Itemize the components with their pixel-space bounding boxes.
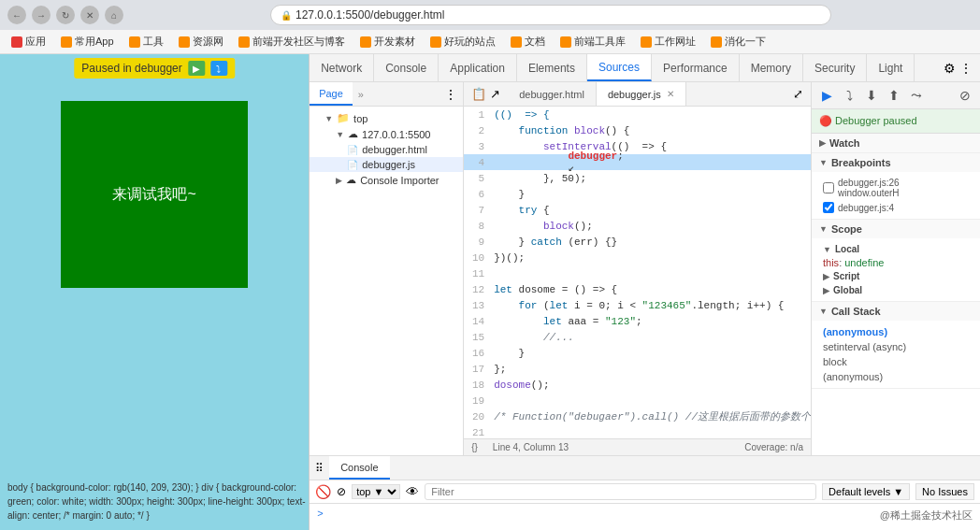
tree-item-console-importer[interactable]: ▶ ☁ Console Importer: [310, 172, 463, 188]
console-context-select[interactable]: top ▼: [352, 484, 400, 499]
scope-section-header[interactable]: ▼ Scope: [812, 220, 980, 238]
nav-reload-button[interactable]: ↻: [56, 6, 75, 24]
bookmark-resources-icon: [179, 36, 190, 48]
bookmark-digest[interactable]: 消化一下: [705, 33, 771, 50]
tree-item-debugger-js[interactable]: 📄 debugger.js: [310, 157, 463, 172]
bookmark-resources[interactable]: 资源网: [173, 33, 229, 50]
code-line-16: 16 }: [464, 345, 811, 361]
tab-elements[interactable]: Elements: [517, 54, 587, 81]
nav-forward-button[interactable]: →: [32, 6, 50, 24]
global-scope-header[interactable]: ▶ Global: [823, 283, 969, 297]
editor-tab-js[interactable]: debugger.js ✕: [597, 82, 686, 106]
step-over-button-dbg[interactable]: ⤵: [840, 86, 858, 105]
step-into-button[interactable]: ⬇: [862, 86, 881, 105]
deactivate-breakpoints-button[interactable]: ⊘: [956, 86, 974, 105]
callstack-setinterval[interactable]: setinterval (async): [823, 339, 969, 354]
tab-security[interactable]: Security: [803, 54, 867, 81]
step-over-button[interactable]: ⤵: [210, 61, 227, 76]
tab-close-icon[interactable]: ✕: [667, 89, 674, 99]
preview-box: 来调试我吧~: [61, 101, 248, 288]
breakpoint-1-sub: window.outerH: [838, 188, 900, 198]
callstack-anonymous-1[interactable]: (anonymous): [823, 324, 969, 339]
more-icon[interactable]: ⋮: [959, 61, 973, 76]
console-filter-input[interactable]: [425, 483, 816, 500]
step-button[interactable]: ⤳: [907, 86, 926, 105]
call-stack-section-header[interactable]: ▼ Call Stack: [812, 302, 980, 321]
console-tab-console[interactable]: Console: [329, 456, 389, 480]
code-line-7: 7 try {: [464, 202, 811, 218]
tree-item-localhost[interactable]: ▼ ☁ 127.0.0.1:5500: [310, 126, 463, 142]
resume-button[interactable]: ▶: [188, 61, 205, 76]
eye-icon[interactable]: 👁: [406, 484, 419, 499]
file-icon-js: 📄: [347, 160, 358, 170]
bookmark-apps[interactable]: 应用: [6, 33, 51, 50]
bookmark-frontend-community[interactable]: 前端开发社区与博客: [233, 33, 351, 50]
bookmark-frontend-tools[interactable]: 前端工具库: [555, 33, 631, 50]
editor-icon-2[interactable]: ↗: [490, 87, 500, 101]
address-bar[interactable]: 🔒 127.0.0.1:5500/debugger.html: [270, 5, 831, 25]
breakpoint-2-checkbox[interactable]: [823, 202, 834, 213]
tab-sources[interactable]: Sources: [587, 54, 652, 81]
webpage-panel: Paused in debugger ▶ ⤵ 来调试我吧~ body { bac…: [0, 54, 309, 530]
sidebar-tab-more[interactable]: »: [353, 82, 369, 106]
debugger-paused-message: 🔴 Debugger paused: [812, 109, 980, 134]
code-area[interactable]: 1 (() => { 2 function block() { 3 setInt…: [464, 107, 811, 438]
callstack-anonymous-2[interactable]: (anonymous): [823, 369, 969, 384]
bookmark-common-app[interactable]: 常用App: [55, 33, 120, 50]
script-scope-header[interactable]: ▶ Script: [823, 269, 969, 283]
tree-item-debugger-html[interactable]: 📄 debugger.html: [310, 142, 463, 157]
tab-network[interactable]: Network: [310, 54, 374, 81]
settings-icon[interactable]: ⚙: [944, 61, 956, 76]
bookmark-work-url[interactable]: 工作网址: [635, 33, 701, 50]
format-icon[interactable]: {}: [471, 442, 478, 452]
bookmark-frontend-tools-label: 前端工具库: [574, 35, 626, 49]
folder-icon: 📁: [337, 112, 350, 124]
bookmark-fun-sites[interactable]: 好玩的站点: [425, 33, 501, 50]
bookmark-tools[interactable]: 工具: [123, 33, 169, 50]
bookmark-fun-sites-label: 好玩的站点: [444, 35, 496, 49]
console-levels-button[interactable]: Default levels ▼: [822, 483, 910, 500]
local-scope-header[interactable]: ▼ Local: [823, 242, 969, 256]
watch-section-header[interactable]: ▶ Watch: [812, 134, 980, 152]
code-line-8: 8 block();: [464, 218, 811, 234]
console-drag-handle[interactable]: ⠿: [310, 456, 329, 480]
console-filter-icon[interactable]: ⊘: [337, 485, 346, 498]
bookmark-work-url-icon: [641, 36, 652, 48]
bookmark-dev-material[interactable]: 开发素材: [354, 33, 421, 50]
editor-icon-1[interactable]: 📋: [471, 87, 486, 101]
tab-application[interactable]: Application: [439, 54, 517, 81]
editor-tab-html[interactable]: debugger.html: [508, 82, 597, 106]
console-clear-icon[interactable]: 🚫: [315, 484, 331, 499]
breakpoint-1-checkbox[interactable]: [823, 182, 834, 193]
tab-performance[interactable]: Performance: [652, 54, 740, 81]
bookmark-tools-label: 工具: [143, 35, 164, 49]
line-num-7: 7: [464, 205, 490, 216]
nav-home-button[interactable]: ⌂: [105, 6, 123, 24]
callstack-block[interactable]: block: [823, 354, 969, 369]
sidebar-add-icon[interactable]: ⋮: [439, 82, 463, 106]
callstack-anonymous-1-label: (anonymous): [823, 326, 887, 337]
console-issues-button[interactable]: No Issues: [915, 483, 974, 500]
step-out-button[interactable]: ⬆: [885, 86, 903, 105]
script-label: Script: [833, 271, 859, 281]
tab-console[interactable]: Console: [374, 54, 439, 81]
code-line-18: 18 dosome();: [464, 377, 811, 393]
nav-close-button[interactable]: ✕: [80, 6, 99, 24]
tab-light[interactable]: Light: [867, 54, 915, 81]
bookmark-docs[interactable]: 文档: [505, 33, 551, 50]
breakpoints-section-header[interactable]: ▼ Breakpoints: [812, 153, 980, 172]
breakpoint-1-info: debugger.js:26 window.outerH: [838, 178, 900, 198]
editor-statusbar: {} Line 4, Column 13 Coverage: n/a: [464, 438, 811, 455]
devtools-panel: Network Console Application Elements Sou…: [309, 54, 980, 530]
code-line-12: 12 let dosome = () => {: [464, 281, 811, 297]
nav-back-button[interactable]: ←: [7, 6, 26, 24]
watch-section: ▶ Watch: [812, 134, 980, 153]
collapse-icon[interactable]: ⤢: [793, 87, 803, 101]
console-tab-bar: ⠿ Console: [310, 456, 980, 480]
code-line-15: 15 //...: [464, 329, 811, 345]
tab-memory[interactable]: Memory: [740, 54, 803, 81]
resume-debugger-button[interactable]: ▶: [817, 86, 836, 105]
console-issues-label: No Issues: [922, 486, 968, 497]
sidebar-tab-page[interactable]: Page: [310, 82, 353, 106]
tree-item-top[interactable]: ▼ 📁 top: [310, 110, 463, 126]
